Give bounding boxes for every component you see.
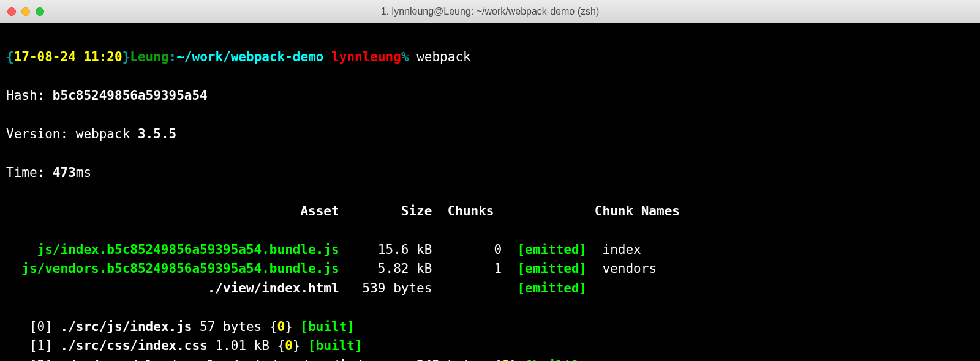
time-line: Time: 473ms xyxy=(6,163,974,183)
prompt-sep: : xyxy=(169,50,177,64)
brace-close: } xyxy=(293,338,301,353)
time-label: Time: xyxy=(6,165,53,180)
asset-row: js/index.b5c85249856a59395a54.bundle.js … xyxy=(6,240,974,260)
module-chunk: 0 xyxy=(502,358,510,362)
brace-close: } xyxy=(123,50,130,64)
module-row: [2] ./node_modules/css-loader!./src/css/… xyxy=(6,356,974,362)
prompt-user: lynnleung xyxy=(331,50,401,64)
window-title: 1. lynnleung@Leung: ~/work/webpack-demo … xyxy=(0,4,980,19)
asset-name: js/index.b5c85249856a59395a54.bundle.js xyxy=(6,242,339,257)
hash-line: Hash: b5c85249856a59395a54 xyxy=(6,86,974,106)
module-chunk: 0 xyxy=(285,338,293,353)
module-status: [built] xyxy=(525,358,579,362)
modules-block: [0] ./src/js/index.js 57 bytes {0} [buil… xyxy=(6,318,974,362)
module-row: [1] ./src/css/index.css 1.01 kB {0} [bui… xyxy=(6,337,974,356)
brace-open: { xyxy=(270,319,277,334)
asset-header: Asset Size Chunks Chunk Names xyxy=(6,204,680,218)
version-line: Version: webpack 3.5.5 xyxy=(6,125,974,144)
brace-open: { xyxy=(277,338,285,353)
brace-open: { xyxy=(494,358,502,362)
brace-close: } xyxy=(285,319,293,334)
hash-value: b5c85249856a59395a54 xyxy=(53,88,208,103)
asset-name: js/vendors.b5c85249856a59395a54.bundle.j… xyxy=(6,261,339,276)
module-path: ./node_modules/css-loader!./src/css/inde… xyxy=(61,358,409,362)
hash-label: Hash: xyxy=(6,88,53,103)
asset-header-line: Asset Size Chunks Chunk Names xyxy=(6,202,974,221)
module-path: ./src/css/index.css xyxy=(61,338,208,353)
asset-row: js/vendors.b5c85249856a59395a54.bundle.j… xyxy=(6,259,974,279)
asset-status: [emitted] xyxy=(517,261,587,276)
asset-status: [emitted] xyxy=(517,281,587,296)
asset-status: [emitted] xyxy=(517,242,587,257)
module-path: ./src/js/index.js xyxy=(61,319,192,334)
prompt-path: ~/work/webpack-demo xyxy=(176,50,323,64)
traffic-lights xyxy=(7,7,44,16)
prompt-line: {17-08-24 11:20}Leung:~/work/webpack-dem… xyxy=(6,48,974,67)
minimize-icon[interactable] xyxy=(21,7,30,16)
prompt-host: Leung xyxy=(130,50,168,64)
assets-block: js/index.b5c85249856a59395a54.bundle.js … xyxy=(6,240,974,299)
version-label: Version: xyxy=(6,127,76,141)
module-status: [built] xyxy=(301,319,355,334)
asset-name: ./view/index.html xyxy=(6,281,339,296)
prompt-timestamp: 17-08-24 11:20 xyxy=(14,50,123,64)
time-suffix: ms xyxy=(76,165,91,180)
close-icon[interactable] xyxy=(7,7,16,16)
window-titlebar: 1. lynnleung@Leung: ~/work/webpack-demo … xyxy=(0,0,980,23)
module-row: [0] ./src/js/index.js 57 bytes {0} [buil… xyxy=(6,318,974,337)
version-value: 3.5.5 xyxy=(138,127,176,141)
brace-close: } xyxy=(510,358,518,362)
version-prefix: webpack xyxy=(76,127,138,141)
zoom-icon[interactable] xyxy=(36,7,44,16)
asset-row: ./view/index.html 539 bytes [emitted] xyxy=(6,279,974,299)
time-value: 473 xyxy=(53,165,76,180)
command-text: webpack xyxy=(417,50,471,64)
module-chunk: 0 xyxy=(277,319,285,334)
module-status: [built] xyxy=(308,338,363,353)
terminal-content[interactable]: {17-08-24 11:20}Leung:~/work/webpack-dem… xyxy=(0,23,980,361)
brace-open: { xyxy=(6,50,14,64)
prompt-pct: % xyxy=(401,50,409,64)
